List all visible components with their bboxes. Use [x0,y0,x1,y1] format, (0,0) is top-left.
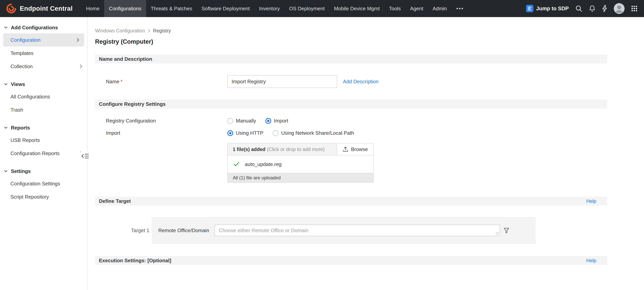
sidebar-section-title: Add Configurations [11,25,58,31]
nav-item-software-deployment[interactable]: Software Deployment [197,0,254,17]
sidebar-item-label: Configuration Settings [10,181,60,187]
upload-status-bar: All (1) file are uploaded [228,173,373,182]
sidebar-item-label: Templates [10,50,34,56]
sidebar-item-label: Configuration Reports [10,150,60,156]
nav-item-home[interactable]: Home [82,0,104,17]
execution-settings-help-link[interactable]: Help [586,258,596,263]
jump-to-sdp-button[interactable]: Jump to SDP [526,5,569,12]
radio-icon [273,130,278,136]
nav-item-label: Inventory [259,6,280,12]
nav-item-label: Software Deployment [202,6,250,12]
apps-grid-icon[interactable] [631,6,638,12]
sidebar-item-configuration[interactable]: Configuration [3,33,84,47]
avatar[interactable] [614,3,624,14]
check-icon [234,162,239,167]
nav-item-admin[interactable]: Admin [428,0,452,17]
sidebar-item-collection[interactable]: Collection [0,60,87,73]
nav-item-os-deployment[interactable]: OS Deployment [284,0,329,17]
remote-office-input-wrap [214,225,500,236]
target-number-label: Target 1 [131,227,148,233]
required-asterisk: * [120,79,122,84]
sidebar-section-header[interactable]: Settings [0,165,87,177]
name-input[interactable] [227,75,337,88]
add-description-link[interactable]: Add Description [343,79,379,85]
sidebar-item-script-repository[interactable]: Script Repository [0,190,87,203]
section-header-label: Configure Registry Settings [99,101,166,107]
sidebar-item-label: USB Reports [10,137,40,143]
target-row: Target 1 Remote Office/Domain [95,217,607,244]
import-method-row: Import Using HTTP Using Network Share/Lo… [95,130,607,136]
sidebar-item-label: Script Repository [10,194,49,200]
nav-item-configurations[interactable]: Configurations [104,0,146,17]
topbar-right-tools: Jump to SDP [526,0,644,17]
sidebar-section-title: Reports [11,125,30,131]
radio-label: Using HTTP [236,130,264,136]
sidebar-item-templates[interactable]: Templates [0,47,87,60]
sidebar-section-header[interactable]: Add Configurations [0,22,87,33]
uploaded-file-row: auto_update.reg [228,155,373,173]
nav-item-threats-patches[interactable]: Threats & Patches [146,0,197,17]
sidebar-section-title: Views [11,81,25,87]
nav-item-agent[interactable]: Agent [406,0,428,17]
sidebar-item-label: Trash [10,107,23,113]
brand-name: Endpoint Central [20,5,72,12]
nav-item-label: Mobile Device Mgmt [334,6,380,12]
file-upload-widget: 1 file(s) added (Click or drop to add mo… [227,143,374,183]
remote-office-domain-input[interactable] [214,225,500,236]
radio-manually[interactable]: Manually [227,118,256,124]
sidebar-item-label: Collection [10,64,32,70]
nav-item-mobile-device-mgmt[interactable]: Mobile Device Mgmt [329,0,384,17]
sidebar-item-configuration-settings[interactable]: Configuration Settings [0,177,87,190]
files-added-count: 1 file(s) added [233,147,265,152]
more-menu-icon[interactable] [452,0,468,17]
browse-button[interactable]: Browse [337,143,373,155]
brand[interactable]: Endpoint Central [0,0,82,17]
flash-icon[interactable] [602,5,607,12]
sidebar-item-configuration-reports[interactable]: Configuration Reports [0,147,87,160]
target-panel: Remote Office/Domain [152,217,536,244]
upload-info: 1 file(s) added (Click or drop to add mo… [228,143,337,155]
sidebar-item-trash[interactable]: Trash [0,103,87,116]
collapse-sidebar-icon[interactable] [80,152,90,160]
radio-icon [265,118,271,124]
sidebar-section-settings: Settings Configuration Settings Script R… [0,165,87,203]
import-label: Import [95,130,227,136]
nav-item-label: Admin [432,6,447,12]
nav-item-label: OS Deployment [289,6,325,12]
nav-item-inventory[interactable]: Inventory [254,0,284,17]
filter-icon[interactable] [504,227,510,233]
radio-icon [227,130,233,136]
search-icon[interactable] [575,5,582,12]
sidebar-item-usb-reports[interactable]: USB Reports [0,134,87,147]
sidebar-section-header[interactable]: Reports [0,122,87,134]
nav-item-tools[interactable]: Tools [384,0,406,17]
breadcrumb-windows-configuration[interactable]: Windows Configuration [95,28,145,34]
breadcrumb-registry: Registry [153,28,171,34]
sdp-icon [526,5,534,12]
name-label: Name* [95,79,227,85]
radio-import[interactable]: Import [265,118,288,124]
nav-item-label: Agent [410,6,423,12]
chevron-right-icon [76,38,80,42]
sidebar-item-all-configurations[interactable]: All Configurations [0,90,87,103]
define-target-help-link[interactable]: Help [586,198,596,204]
main-content: Windows Configuration Registry Registry … [88,17,644,290]
upload-hint: (Click or drop to add more) [267,147,324,152]
radio-label: Import [274,118,288,124]
name-row: Name* Add Description [95,75,607,88]
sidebar: Add Configurations Configuration Templat… [0,17,88,290]
page-layout: Add Configurations Configuration Templat… [0,17,644,290]
radio-label: Using Network Share/Local Path [281,130,354,136]
section-header-label: Execution Settings: [Optional] [99,257,171,263]
radio-using-network-share[interactable]: Using Network Share/Local Path [273,130,354,136]
section-header-configure-registry-settings: Configure Registry Settings [95,100,607,109]
page-title: Registry (Computer) [95,38,607,45]
file-upload-dropzone[interactable]: 1 file(s) added (Click or drop to add mo… [228,143,373,155]
bell-icon[interactable] [589,5,596,12]
nav-item-label: Tools [389,6,401,12]
chevron-down-icon [4,169,8,173]
radio-using-http[interactable]: Using HTTP [227,130,264,136]
chevron-right-icon [80,64,83,69]
section-header-define-target: Define Target Help [95,197,607,206]
sidebar-section-header[interactable]: Views [0,78,87,90]
